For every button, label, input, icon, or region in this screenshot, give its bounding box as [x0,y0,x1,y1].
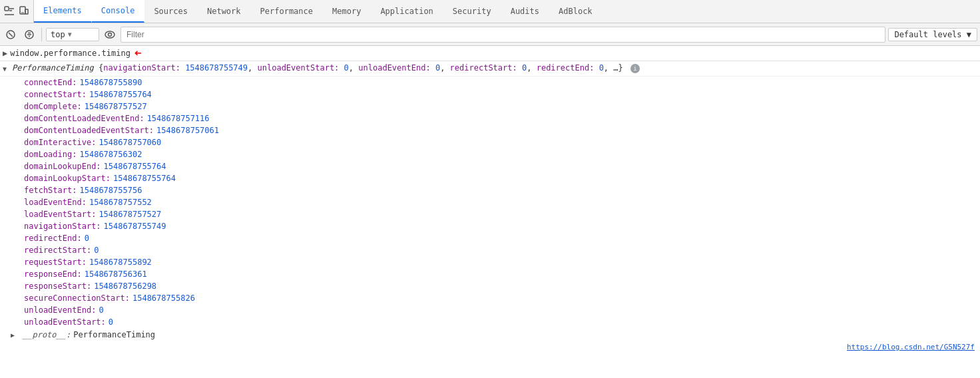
log-levels-button[interactable]: Default levels ▼ [888,28,977,41]
filter-input[interactable] [121,27,885,43]
tab-audits[interactable]: Audits [501,0,549,23]
property-row: loadEventEnd: 1548678757552 [0,196,980,208]
console-content: ▶ window.performance.timing ➜ ▼ Performa… [0,46,980,378]
tab-network[interactable]: Network [198,0,251,23]
inspect-icon[interactable] [3,5,16,18]
property-row: navigationStart: 1548678755749 [0,220,980,232]
property-row: redirectStart: 0 [0,244,980,256]
property-row: secureConnectionStart: 1548678755826 [0,292,980,304]
tab-elements[interactable]: Elements [34,0,92,23]
property-row: domainLookupEnd: 1548678755764 [0,160,980,172]
collapse-arrow[interactable]: ▼ [3,62,12,75]
context-selector-arrow: ▼ [68,31,72,38]
toolbar-separator-1 [41,28,42,41]
property-row: loadEventStart: 1548678757527 [0,208,980,220]
red-arrow-annotation: ➜ [134,47,142,59]
tab-security[interactable]: Security [443,0,501,23]
info-icon[interactable]: i [630,64,640,73]
svg-rect-5 [25,9,28,14]
tab-console[interactable]: Console [92,0,145,23]
proto-expand-arrow[interactable]: ▶ [11,328,20,341]
device-toggle-icon[interactable] [17,5,31,18]
property-row: unloadEventEnd: 0 [0,304,980,316]
tab-bar: Elements Console Sources Network Perform… [0,0,980,23]
property-row: unloadEventStart: 0 [0,316,980,328]
performance-timing-obj-row: ▼ PerformanceTiming {navigationStart: 15… [0,61,980,77]
property-row: domainLookupStart: 1548678755764 [0,172,980,184]
property-row: requestStart: 1548678755892 [0,256,980,268]
property-row: fetchStart: 1548678755756 [0,184,980,196]
proto-row: ▶ __proto__: PerformanceTiming [0,328,980,341]
property-row: responseEnd: 1548678756361 [0,268,980,280]
tab-performance[interactable]: Performance [251,0,323,23]
console-toolbar: top ▼ Default levels ▼ [0,23,980,46]
console-prompt: ▶ [3,47,7,59]
svg-point-13 [105,31,115,38]
tab-application[interactable]: Application [371,0,443,23]
property-row: domLoading: 1548678756302 [0,148,980,160]
filter-toggle-button[interactable] [21,27,37,43]
tab-adblock[interactable]: AdBlock [549,0,603,23]
property-row: connectEnd: 1548678755890 [0,77,980,89]
eye-icon[interactable] [102,27,118,43]
properties-container: connectEnd: 1548678755890connectStart: 1… [0,77,980,328]
svg-point-14 [109,33,112,36]
status-bar-container: https://blog.csdn.net/G5N527f [0,341,980,353]
tab-memory[interactable]: Memory [323,0,371,23]
console-input-line: ▶ window.performance.timing ➜ [0,46,980,61]
property-row: connectStart: 1548678755764 [0,89,980,100]
property-row: redirectEnd: 0 [0,232,980,244]
tab-sources[interactable]: Sources [144,0,198,23]
console-input-text: window.performance.timing [10,47,130,59]
devtools-left-icons [0,0,34,23]
property-row: responseStart: 1548678756298 [0,280,980,292]
status-bar-url[interactable]: https://blog.csdn.net/G5N527f [847,341,975,353]
property-row: domComplete: 1548678757527 [0,100,980,112]
property-row: domInteractive: 1548678757060 [0,136,980,148]
svg-line-8 [9,33,13,37]
clear-console-button[interactable] [3,27,19,43]
property-row: domContentLoadedEventEnd: 1548678757116 [0,112,980,124]
property-row: domContentLoadedEventStart: 154867875706… [0,124,980,136]
svg-rect-0 [5,7,9,11]
context-selector[interactable]: top ▼ [46,28,99,41]
